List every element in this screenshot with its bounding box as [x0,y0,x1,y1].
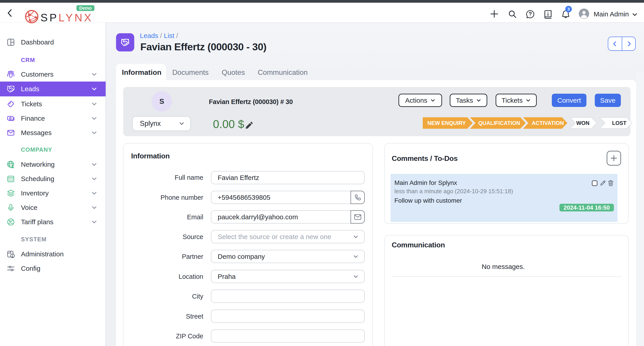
svg-text:WON: WON [576,120,590,126]
svg-text:QUALIFICATION: QUALIFICATION [478,120,520,126]
svg-text:LOST: LOST [612,120,626,126]
svg-text:NEW ENQUIRY: NEW ENQUIRY [427,120,466,126]
svg-text:ACTIVATION: ACTIVATION [532,120,564,126]
